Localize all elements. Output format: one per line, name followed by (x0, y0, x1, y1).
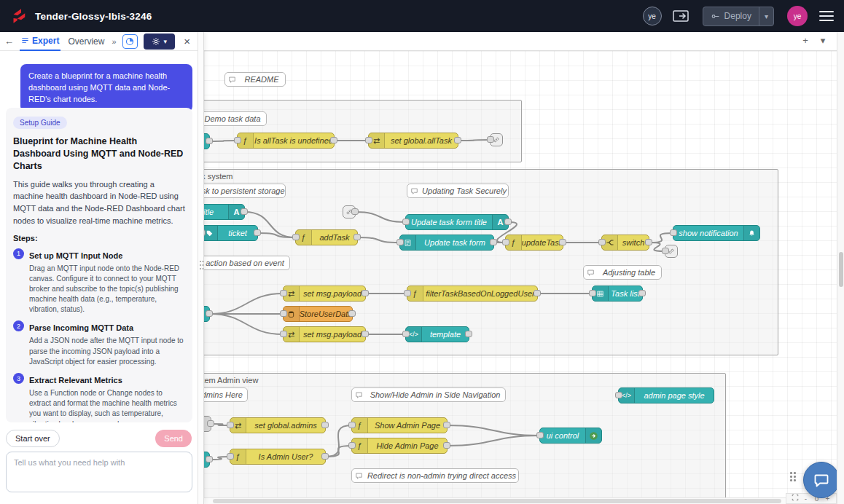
flow-node[interactable]: ⇄set msg.payload (283, 326, 366, 342)
input-port[interactable] (365, 137, 372, 143)
comment-node[interactable]: Updating Task Securely (407, 184, 509, 198)
input-port[interactable] (404, 290, 411, 296)
input-port[interactable] (536, 432, 544, 438)
output-port[interactable] (206, 310, 213, 317)
flow-node[interactable]: ticket (201, 225, 258, 241)
output-port[interactable] (504, 218, 512, 225)
input-port[interactable] (662, 248, 669, 254)
output-port[interactable] (362, 290, 369, 296)
horizontal-scrollbar-thumb[interactable] (213, 499, 781, 503)
input-port[interactable] (292, 234, 300, 240)
comment-node[interactable]: Show/Hide Admin in Side Navigation (351, 387, 506, 402)
input-port[interactable] (227, 422, 234, 428)
insights-button[interactable] (122, 34, 138, 49)
output-port[interactable] (330, 137, 337, 143)
output-port[interactable] (465, 331, 472, 337)
assistant-chat-button[interactable] (803, 462, 837, 498)
output-port[interactable] (490, 239, 497, 245)
output-port[interactable] (254, 229, 261, 236)
team-avatar[interactable]: ye (643, 7, 662, 25)
deploy-button[interactable]: Deploy ▾ (703, 7, 774, 26)
send-button[interactable]: Send (155, 430, 192, 447)
output-port[interactable] (645, 239, 652, 245)
flow-node[interactable]: Update task form (399, 235, 494, 251)
output-port[interactable] (454, 137, 461, 143)
flow-node[interactable]: ⇄set global.admins (230, 417, 326, 433)
flow-node[interactable]: Task list (592, 286, 643, 302)
input-port[interactable] (396, 239, 404, 245)
input-port[interactable] (615, 392, 622, 398)
flow-node[interactable]: </>admin page style (618, 387, 714, 403)
output-port[interactable] (362, 331, 369, 337)
input-port[interactable] (227, 453, 234, 460)
output-port[interactable] (353, 234, 361, 240)
user-avatar[interactable]: ye (787, 6, 808, 26)
flow-node[interactable]: ƒupdateTask (505, 235, 563, 251)
comment-node[interactable]: Adjusting table (583, 265, 662, 280)
input-port[interactable] (280, 331, 287, 337)
input-port[interactable] (502, 239, 509, 245)
input-port[interactable] (280, 310, 287, 317)
drag-handle-icon[interactable] (790, 472, 797, 482)
deploy-options-chevron-icon[interactable]: ▾ (759, 12, 773, 20)
flow-node[interactable]: ƒfilterTaskBasedOnLoggedUser (407, 286, 538, 302)
flow-node[interactable]: ƒHide Admin Page (351, 438, 448, 454)
flow-node[interactable]: ⇄set msg.payload (283, 286, 366, 302)
flow-node[interactable]: ui control (539, 428, 602, 444)
open-editor-icon[interactable] (672, 8, 689, 24)
output-port[interactable] (321, 453, 329, 460)
more-tabs-icon[interactable]: » (112, 37, 116, 46)
vertical-scrollbar[interactable] (837, 32, 844, 504)
output-port[interactable] (559, 239, 566, 245)
link-node[interactable] (665, 245, 678, 258)
output-port[interactable] (534, 290, 541, 296)
input-port[interactable] (280, 290, 287, 296)
flow-node[interactable]: switch (601, 235, 649, 251)
flow-node[interactable]: ƒIs allTask is undefined (237, 133, 335, 149)
input-port[interactable] (348, 442, 356, 449)
panel-resize-handle[interactable] (198, 32, 204, 504)
output-port[interactable] (241, 208, 248, 215)
tab-overview[interactable]: Overview (66, 32, 106, 51)
input-port[interactable] (670, 229, 677, 236)
output-port[interactable] (443, 422, 450, 428)
assistant-input[interactable] (6, 452, 192, 492)
hamburger-menu-icon[interactable] (819, 11, 834, 21)
tab-expert[interactable]: Expert (20, 32, 60, 51)
input-port[interactable] (402, 331, 410, 337)
output-port[interactable] (207, 420, 214, 427)
flow-node[interactable]: ƒShow Admin Page (351, 417, 448, 433)
flow-node[interactable]: ƒaddTask (295, 229, 358, 245)
close-icon[interactable]: × (181, 35, 193, 47)
comment-node[interactable]: Redirect is non-admin trying direct acce… (351, 468, 519, 483)
output-port[interactable] (206, 138, 213, 144)
output-port[interactable] (206, 456, 213, 462)
output-port[interactable] (443, 442, 450, 449)
output-port[interactable] (348, 310, 356, 317)
link-node[interactable] (343, 205, 356, 218)
flow-node[interactable]: </>template (405, 326, 469, 342)
start-over-button[interactable]: Start over (6, 430, 60, 447)
flow-node[interactable]: ⇄set global.allTask (368, 133, 458, 149)
add-flow-button[interactable]: + (799, 35, 812, 46)
back-icon[interactable]: ← (4, 36, 14, 47)
zoom-out-button[interactable]: - (802, 494, 810, 503)
flow-node[interactable]: StoreUserData (283, 306, 353, 322)
flow-list-menu-button[interactable]: ▾ (816, 35, 829, 46)
input-port[interactable] (598, 239, 606, 245)
input-port[interactable] (234, 137, 241, 143)
flow-node[interactable]: show notification (673, 225, 760, 241)
input-port[interactable] (402, 218, 410, 225)
flow-node[interactable]: Update task form titleA (405, 214, 509, 230)
zoom-fit-icon[interactable] (791, 494, 799, 503)
input-port[interactable] (348, 422, 356, 428)
output-port[interactable] (321, 422, 329, 428)
input-port[interactable] (487, 136, 494, 143)
flow-node[interactable]: ƒIs Admin User? (230, 449, 326, 465)
comment-node[interactable]: README (224, 72, 286, 87)
output-port[interactable] (638, 290, 646, 296)
input-port[interactable] (589, 290, 596, 296)
link-node[interactable] (490, 133, 503, 146)
vertical-scrollbar-thumb[interactable] (839, 252, 843, 287)
settings-dropdown-button[interactable]: ▾ (144, 34, 175, 50)
